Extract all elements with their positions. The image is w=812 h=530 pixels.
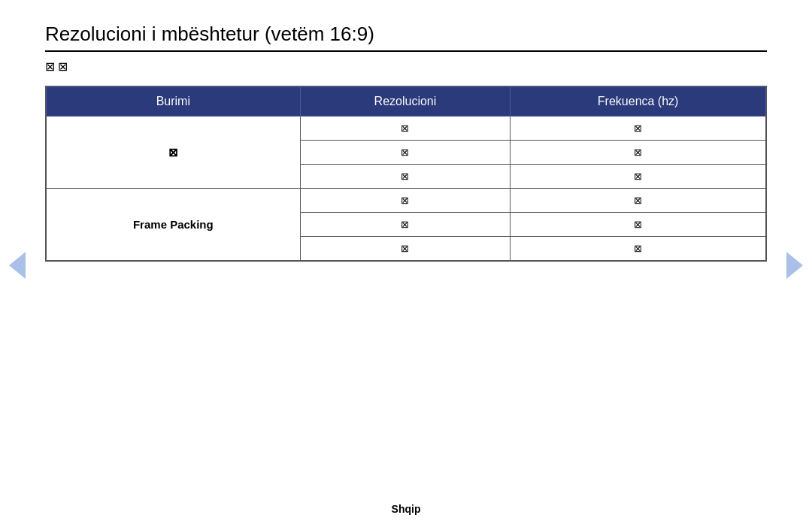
frequency-cell: ⊠: [511, 213, 766, 237]
frequency-cell: ⊠: [511, 141, 766, 165]
frequency-cell: ⊠: [511, 117, 766, 141]
nav-left-arrow[interactable]: [9, 252, 26, 279]
frequency-cell: ⊠: [511, 189, 766, 213]
col-header-resolution: Rezolucioni: [300, 87, 511, 117]
frequency-cell: ⊠: [511, 165, 766, 189]
subtitle: ⊠ ⊠: [45, 59, 767, 74]
resolution-cell: ⊠: [300, 213, 511, 237]
frequency-cell: ⊠: [511, 237, 766, 261]
page-title: Rezolucioni i mbështetur (vetëm 16:9): [45, 23, 767, 52]
source-cell: Frame Packing: [47, 189, 301, 261]
supported-resolutions-table: Burimi Rezolucioni Frekuenca (hz) ⊠⊠⊠⊠⊠⊠…: [45, 86, 767, 262]
nav-right-arrow[interactable]: [786, 252, 803, 279]
source-cell: ⊠: [47, 117, 301, 189]
table-row: Frame Packing⊠⊠: [47, 189, 766, 213]
page-container: Rezolucioni i mbështetur (vetëm 16:9) ⊠ …: [0, 0, 812, 530]
resolution-cell: ⊠: [300, 237, 511, 261]
table-row: ⊠⊠⊠: [47, 117, 766, 141]
resolution-cell: ⊠: [300, 117, 511, 141]
resolution-cell: ⊠: [300, 165, 511, 189]
footer-language: Shqip: [392, 503, 421, 515]
table-header-row: Burimi Rezolucioni Frekuenca (hz): [47, 87, 766, 117]
resolution-cell: ⊠: [300, 189, 511, 213]
resolution-cell: ⊠: [300, 141, 511, 165]
col-header-source: Burimi: [47, 87, 301, 117]
col-header-frequency: Frekuenca (hz): [511, 87, 766, 117]
